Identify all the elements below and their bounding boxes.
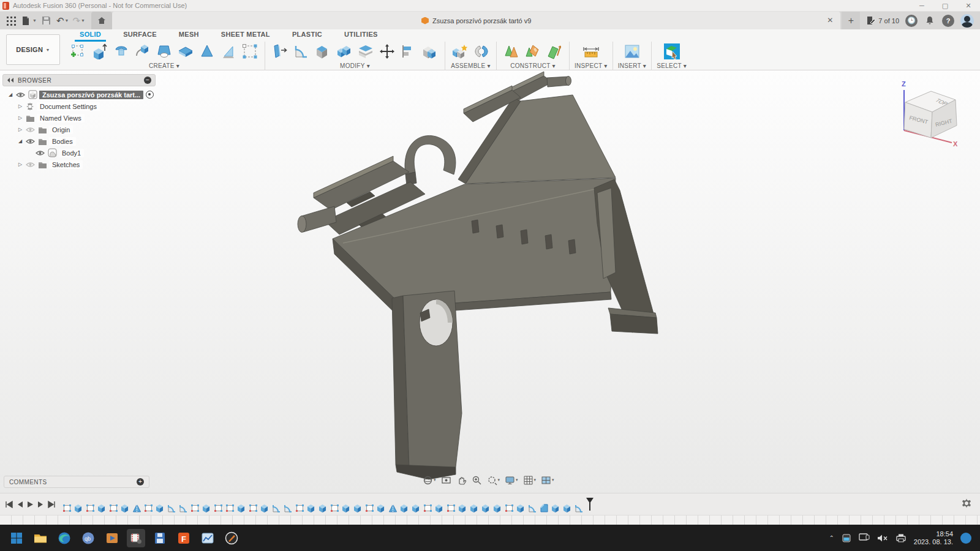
align-tool-icon[interactable] xyxy=(399,42,418,61)
timeline-feature-extrude[interactable] xyxy=(260,499,270,512)
ribbon-tab-mesh[interactable]: MESH xyxy=(168,29,210,40)
help-icon[interactable]: ? xyxy=(942,15,954,27)
zoom-icon[interactable] xyxy=(470,474,483,486)
timeline-feature-sketch[interactable] xyxy=(504,499,514,512)
taskbar-player-icon[interactable] xyxy=(103,529,121,547)
browser-node-body1[interactable]: Body1 xyxy=(2,147,156,159)
show-data-panel-button[interactable] xyxy=(91,12,112,29)
create-sketch-tool-icon[interactable] xyxy=(69,42,88,61)
timeline-feature-sketch[interactable] xyxy=(62,499,72,512)
timeline-feature-sketch[interactable] xyxy=(248,499,258,512)
browser-node-sketches[interactable]: ▷Sketches xyxy=(2,159,156,170)
taskbar-fusion-icon[interactable]: F xyxy=(175,529,193,547)
timeline-settings-gear-icon[interactable] xyxy=(962,498,971,511)
browser-node-origin[interactable]: ▷Origin xyxy=(2,124,156,135)
visibility-eye-off-icon[interactable] xyxy=(25,160,35,170)
group-label-assemble[interactable]: ASSEMBLE ▾ xyxy=(451,62,491,69)
fillet-tool-icon[interactable] xyxy=(292,42,311,61)
timeline-feature-sketch[interactable] xyxy=(85,499,96,512)
browser-node-bodies[interactable]: ◢Bodies xyxy=(2,135,156,147)
collapse-panel-icon[interactable] xyxy=(7,77,14,83)
extrude-tool-icon[interactable] xyxy=(90,42,110,61)
grid-settings-icon[interactable]: ▾ xyxy=(522,474,538,486)
maximize-button[interactable]: ▢ xyxy=(933,0,957,12)
bell-icon[interactable] xyxy=(924,15,936,27)
timeline-feature-extrude[interactable] xyxy=(202,499,212,512)
taskbar-stats-icon[interactable] xyxy=(198,529,217,547)
rib-tool-icon[interactable] xyxy=(197,42,217,61)
timeline-feature-extrude[interactable] xyxy=(155,499,165,512)
timeline-feature-sketch[interactable] xyxy=(143,499,154,512)
taskbar-backup-icon[interactable] xyxy=(151,529,169,547)
timeline-feature-fillet[interactable] xyxy=(178,499,189,512)
fit-icon[interactable]: ▾ xyxy=(486,474,502,486)
ribbon-tab-surface[interactable]: SURFACE xyxy=(112,29,168,40)
press-pull-tool-icon[interactable] xyxy=(270,42,290,61)
timeline-go-end-button[interactable] xyxy=(48,501,56,508)
expander-icon[interactable]: ◢ xyxy=(16,138,24,144)
measure-tool-icon[interactable] xyxy=(581,42,601,61)
timeline-feature-extrude[interactable] xyxy=(306,499,317,512)
viewcube[interactable]: Z X TOP FRONT RIGHT xyxy=(883,77,963,147)
timeline-feature-extrude[interactable] xyxy=(516,499,526,512)
sweep-tool-icon[interactable] xyxy=(133,42,153,61)
timeline-feature-extrude[interactable] xyxy=(411,499,421,512)
save-icon[interactable] xyxy=(39,13,54,28)
undo-icon[interactable]: ↶▼ xyxy=(55,13,70,28)
visibility-eye-icon[interactable] xyxy=(15,90,25,100)
taskbar-edge-icon[interactable] xyxy=(55,529,74,547)
ribbon-tab-plastic[interactable]: PLASTIC xyxy=(281,29,333,40)
midplane-tool-icon[interactable] xyxy=(523,42,543,61)
expander-icon[interactable]: ▷ xyxy=(16,103,24,109)
timeline-step-forward-button[interactable] xyxy=(37,501,44,508)
browser-node-document-settings[interactable]: ▷Document Settings xyxy=(2,100,156,112)
select-tool-icon[interactable] xyxy=(662,42,682,61)
timeline-feature-extrude[interactable] xyxy=(376,499,386,512)
viewports-icon[interactable]: ▾ xyxy=(540,474,556,486)
apps-grid-icon[interactable] xyxy=(4,13,18,28)
expander-icon[interactable]: ▷ xyxy=(16,115,24,121)
avatar[interactable] xyxy=(960,14,974,28)
group-label-inspect[interactable]: INSPECT ▾ xyxy=(575,62,608,69)
combine-tool-icon[interactable] xyxy=(334,42,354,61)
insert-image-tool-icon[interactable] xyxy=(622,42,642,61)
slab-tool-icon[interactable] xyxy=(176,42,195,61)
timeline-feature-sketch[interactable] xyxy=(108,499,119,512)
group-label-modify[interactable]: MODIFY ▾ xyxy=(340,62,370,69)
timeline-feature-extrude[interactable] xyxy=(353,499,363,512)
timeline-feature-extrude[interactable] xyxy=(434,499,445,512)
ribbon-tab-solid[interactable]: SOLID xyxy=(69,29,112,40)
timeline-feature-extrude[interactable] xyxy=(97,499,107,512)
orbit-icon[interactable]: ▾ xyxy=(421,474,437,486)
timeline-feature-sketch[interactable] xyxy=(190,499,200,512)
expander-icon[interactable]: ◢ xyxy=(6,92,15,97)
document-tab[interactable]: Zsuzsa porszívó porzsák tartó v9 ✕ xyxy=(112,12,840,29)
group-label-construct[interactable]: CONSTRUCT ▾ xyxy=(510,62,556,69)
tray-chevron-icon[interactable]: ⌃ xyxy=(829,534,834,541)
expander-icon[interactable]: ▷ xyxy=(16,162,24,167)
pattern-tool-icon[interactable] xyxy=(240,42,260,61)
shell-tool-icon[interactable] xyxy=(313,42,333,61)
timeline-feature-extrude[interactable] xyxy=(551,499,561,512)
timeline-playhead[interactable] xyxy=(586,497,594,512)
timeline-feature-fillet[interactable] xyxy=(574,499,584,512)
loft-tool-icon[interactable] xyxy=(154,42,174,61)
taskbar-explorer-icon[interactable] xyxy=(31,529,50,547)
job-status[interactable]: 7 of 10 xyxy=(866,16,899,25)
tray-mute-icon[interactable] xyxy=(877,534,888,542)
timeline-feature-chamfer[interactable] xyxy=(539,499,549,512)
timeline-feature-fillet[interactable] xyxy=(527,499,538,512)
offset-plane-tool-icon[interactable] xyxy=(502,42,521,61)
add-comment-icon[interactable]: + xyxy=(137,478,144,485)
timeline-scrollbar[interactable] xyxy=(0,515,980,525)
group-label-create[interactable]: CREATE ▾ xyxy=(149,62,179,69)
ribbon-tab-sheet-metal[interactable]: SHEET METAL xyxy=(210,29,281,40)
timeline-feature-mirror[interactable] xyxy=(388,499,398,512)
timeline-feature-extrude[interactable] xyxy=(562,499,573,512)
offset-face-tool-icon[interactable] xyxy=(356,42,375,61)
visibility-eye-icon[interactable] xyxy=(35,148,45,158)
viewport-canvas[interactable]: BROWSER − ◢Zsuzsa porszívó porzsák tart.… xyxy=(0,70,980,493)
timeline-feature-extrude[interactable] xyxy=(469,499,480,512)
pan-icon[interactable] xyxy=(455,474,468,486)
comments-bar[interactable]: COMMENTS + xyxy=(4,476,149,488)
